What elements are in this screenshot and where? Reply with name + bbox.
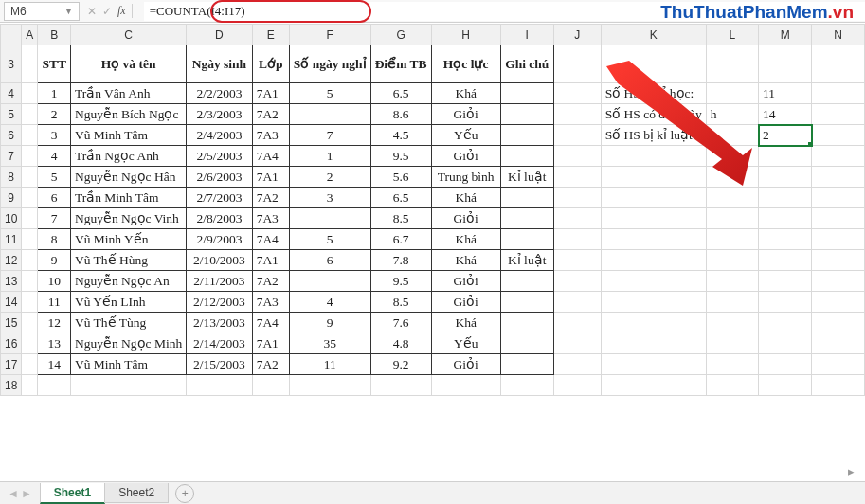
col-header[interactable]: E — [252, 25, 289, 45]
cell-note[interactable] — [500, 333, 553, 354]
row-header[interactable]: 16 — [1, 333, 22, 354]
cell[interactable] — [706, 45, 758, 83]
cancel-formula-icon[interactable]: ✕ — [87, 5, 97, 18]
cell-name[interactable]: Vũ Minh Tâm — [70, 125, 186, 146]
cell-days[interactable] — [289, 104, 370, 125]
cell-days[interactable]: 6 — [289, 250, 370, 271]
cell-days[interactable]: 3 — [289, 188, 370, 208]
cell-stt[interactable]: 1 — [38, 83, 71, 104]
cell[interactable] — [706, 375, 758, 396]
cell-avg[interactable]: 4.5 — [370, 125, 431, 146]
table-header-cell[interactable]: Ngày sinh — [187, 45, 252, 83]
cell[interactable] — [812, 333, 865, 354]
cell-dob[interactable]: 2/12/2003 — [187, 292, 252, 313]
cell-class[interactable]: 7A1 — [252, 250, 289, 271]
accept-formula-icon[interactable]: ✓ — [102, 5, 112, 18]
cell[interactable] — [812, 188, 865, 208]
cell-stt[interactable]: 5 — [38, 167, 71, 188]
cell-stt[interactable]: 14 — [38, 354, 71, 375]
cell-rank[interactable]: Khá — [431, 250, 500, 271]
cell[interactable] — [22, 167, 38, 188]
cell-rank[interactable]: Yếu — [431, 333, 500, 354]
col-header[interactable]: J — [553, 25, 601, 45]
cell[interactable] — [500, 375, 553, 396]
cell-name[interactable]: Nguyễn Ngọc Hân — [70, 167, 186, 188]
summary-value[interactable]: 14 — [759, 104, 812, 125]
cell-dob[interactable]: 2/9/2003 — [187, 229, 252, 250]
cell[interactable] — [706, 354, 758, 375]
cell[interactable] — [370, 375, 431, 396]
cell[interactable] — [759, 354, 812, 375]
cell-note[interactable] — [500, 104, 553, 125]
cell[interactable] — [812, 271, 865, 292]
tab-nav-next-icon[interactable]: ► — [21, 487, 32, 500]
col-header[interactable]: G — [370, 25, 431, 45]
cell[interactable] — [812, 45, 865, 83]
cell-note[interactable] — [500, 271, 553, 292]
cell-dob[interactable]: 2/11/2003 — [187, 271, 252, 292]
cell[interactable] — [812, 104, 865, 125]
cell-stt[interactable]: 13 — [38, 333, 71, 354]
cell[interactable] — [759, 250, 812, 271]
cell[interactable] — [812, 146, 865, 167]
row-header[interactable]: 17 — [1, 354, 22, 375]
col-header[interactable]: H — [431, 25, 500, 45]
cell[interactable] — [706, 229, 758, 250]
cell[interactable] — [812, 313, 865, 333]
cell-rank[interactable]: Khá — [431, 229, 500, 250]
row-header[interactable]: 3 — [1, 45, 22, 83]
cell[interactable] — [706, 146, 758, 167]
cell-stt[interactable]: 10 — [38, 271, 71, 292]
cell-dob[interactable]: 2/13/2003 — [187, 313, 252, 333]
cell[interactable] — [706, 208, 758, 229]
cell[interactable] — [252, 375, 289, 396]
cell[interactable] — [553, 250, 601, 271]
cell[interactable] — [553, 125, 601, 146]
cell[interactable] — [553, 45, 601, 83]
cell[interactable] — [553, 208, 601, 229]
row-header[interactable]: 10 — [1, 208, 22, 229]
col-header[interactable]: M — [759, 25, 812, 45]
cell-name[interactable]: Vũ Thế Tùng — [70, 313, 186, 333]
cell[interactable] — [553, 229, 601, 250]
row-header[interactable]: 15 — [1, 313, 22, 333]
cell-class[interactable]: 7A4 — [252, 146, 289, 167]
row-header[interactable]: 13 — [1, 271, 22, 292]
cell[interactable] — [22, 292, 38, 313]
cell[interactable] — [289, 375, 370, 396]
summary-value[interactable]: 2 — [759, 125, 812, 146]
cell[interactable] — [812, 292, 865, 313]
cell-class[interactable]: 7A4 — [252, 313, 289, 333]
cell[interactable] — [601, 45, 706, 83]
cell[interactable] — [553, 333, 601, 354]
cell[interactable] — [601, 208, 706, 229]
cell[interactable] — [601, 146, 706, 167]
row-header[interactable]: 11 — [1, 229, 22, 250]
cell[interactable] — [22, 333, 38, 354]
cell-avg[interactable]: 8.5 — [370, 208, 431, 229]
cell[interactable] — [706, 250, 758, 271]
col-header[interactable]: K — [601, 25, 706, 45]
col-header[interactable]: C — [70, 25, 186, 45]
table-header-cell[interactable]: Họ và tên — [70, 45, 186, 83]
cell-rank[interactable]: Giỏi — [431, 208, 500, 229]
summary-label[interactable]: Số HS có đủ ngày — [601, 104, 706, 125]
cell[interactable] — [706, 83, 758, 104]
cell-avg[interactable]: 9.5 — [370, 271, 431, 292]
cell-dob[interactable]: 2/3/2003 — [187, 104, 252, 125]
cell[interactable] — [22, 208, 38, 229]
row-header[interactable]: 5 — [1, 104, 22, 125]
cell-stt[interactable]: 4 — [38, 146, 71, 167]
cell-rank[interactable]: Giỏi — [431, 146, 500, 167]
cell[interactable] — [22, 45, 38, 83]
cell-stt[interactable]: 3 — [38, 125, 71, 146]
cell-avg[interactable]: 7.6 — [370, 313, 431, 333]
cell[interactable] — [601, 375, 706, 396]
cell-stt[interactable]: 12 — [38, 313, 71, 333]
table-header-cell[interactable]: STT — [38, 45, 71, 83]
cell-avg[interactable]: 9.5 — [370, 146, 431, 167]
cell-note[interactable] — [500, 313, 553, 333]
cell-note[interactable]: Kỉ luật — [500, 167, 553, 188]
cell-days[interactable]: 11 — [289, 354, 370, 375]
cell[interactable] — [22, 375, 38, 396]
